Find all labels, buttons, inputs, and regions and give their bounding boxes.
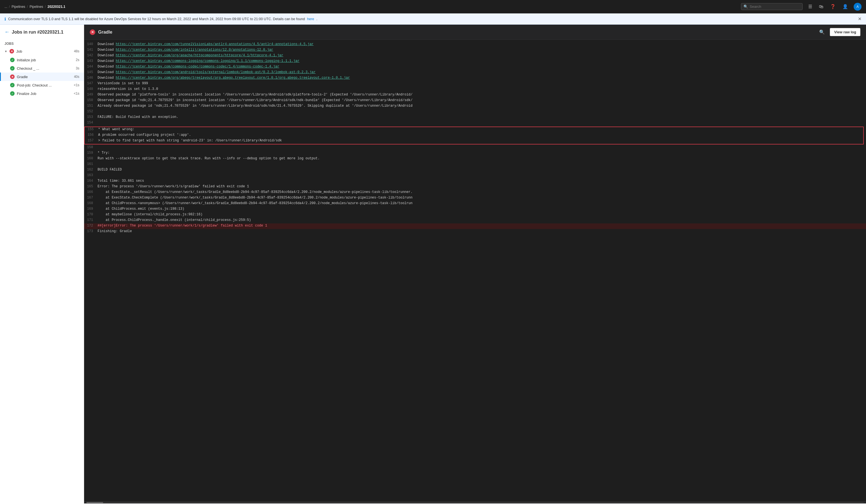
log-line: 168 at ChildProcess.<anonymous> (/Users/… xyxy=(84,201,866,207)
line-content: at ExecState._setResult (/Users/runner/w… xyxy=(98,190,412,194)
line-content: Finishing: Gradle xyxy=(98,229,132,233)
breadcrumb-sep-2: / xyxy=(27,5,28,9)
log-container[interactable]: 140Download https://jcenter.bintray.com/… xyxy=(84,40,866,501)
content-header: ✕ Gradle 🔍 View raw log xyxy=(84,25,866,40)
log-line: 152 xyxy=(84,109,866,115)
nav-right-icons: 🔍 ☰ 🛍 ❓ 👤 A xyxy=(741,3,862,11)
log-line: 140Download https://jcenter.bintray.com/… xyxy=(84,42,866,48)
job-item-name: Gradle xyxy=(17,75,72,79)
log-line: 157> failed to find target with hash str… xyxy=(85,138,863,144)
log-line: 173Finishing: Gradle xyxy=(84,229,866,234)
breadcrumb-pipelines-1[interactable]: Pipelines xyxy=(11,5,25,9)
help-icon[interactable]: ❓ xyxy=(829,3,837,10)
list-icon[interactable]: ☰ xyxy=(807,3,813,10)
sidebar-item-checkout[interactable]: ✓ Checkout _ ... 3s xyxy=(0,64,84,72)
scrollbar-track[interactable] xyxy=(86,502,864,503)
status-ok-icon: ✓ xyxy=(10,66,14,71)
user-icon[interactable]: 👤 xyxy=(841,3,849,10)
horizontal-scrollbar[interactable] xyxy=(84,501,866,503)
search-box[interactable]: 🔍 xyxy=(741,3,803,10)
log-line: 142Download https://jcenter.bintray.com/… xyxy=(84,53,866,59)
line-number: 160 xyxy=(84,157,98,160)
sidebar-item-initialize-job[interactable]: ✓ Initialize job 2s xyxy=(0,56,84,64)
log-line: 143Download https://jcenter.bintray.com/… xyxy=(84,59,866,65)
status-ok-icon: ✓ xyxy=(10,83,14,87)
sidebar-title: Jobs in run #20220321.1 xyxy=(12,30,63,35)
banner-link[interactable]: here xyxy=(307,17,314,21)
line-content: Download https://jcenter.bintray.com/com… xyxy=(98,42,314,46)
scrollbar-thumb[interactable] xyxy=(86,502,103,503)
sidebar-item-gradle[interactable]: ✕ Gradle 40s xyxy=(0,72,84,81)
log-link[interactable]: https://jcenter.bintray.com/commons-code… xyxy=(116,65,279,69)
log-link[interactable]: https://jcenter.bintray.com/com/intellij… xyxy=(116,48,273,52)
line-number: 150 xyxy=(84,98,98,102)
line-content: at ChildProcess.<anonymous> (/Users/runn… xyxy=(98,201,412,205)
bag-icon[interactable]: 🛍 xyxy=(818,3,824,10)
banner-period: . xyxy=(316,17,317,21)
line-number: 158 xyxy=(84,145,98,149)
log-line: 164Total time: 33.661 secs xyxy=(84,179,866,184)
line-content: at maybeClose (internal/child_process.js… xyxy=(98,213,202,216)
job-group-header[interactable]: ▼ ✕ Job 48s xyxy=(0,47,84,56)
search-input[interactable] xyxy=(750,4,800,9)
job-item-duration: 3s xyxy=(76,66,79,70)
line-number: 170 xyxy=(84,213,98,216)
line-number: 166 xyxy=(84,190,98,194)
line-content: * Try: xyxy=(98,151,110,155)
info-banner: ℹ Communication over TLS 1.0 and TLS 1.1… xyxy=(0,13,866,25)
line-number: 154 xyxy=(84,121,98,125)
line-number: 142 xyxy=(84,54,98,57)
job-item-name: Initialize job xyxy=(17,58,74,62)
breadcrumb-pipelines-2[interactable]: Pipelines xyxy=(30,5,43,9)
line-number: 159 xyxy=(84,151,98,155)
log-line: 150Observed package id 'ndk;21.4.7075529… xyxy=(84,98,866,104)
job-item-duration: 2s xyxy=(76,58,79,62)
search-icon: 🔍 xyxy=(743,4,748,9)
view-raw-button[interactable]: View raw log xyxy=(830,28,861,36)
sidebar-item-postjob[interactable]: ✓ Post-job: Checkout ... <1s xyxy=(0,81,84,89)
breadcrumb-sep-1: / xyxy=(9,5,10,9)
log-link[interactable]: https://jcenter.bintray.com/commons-logg… xyxy=(116,59,299,63)
breadcrumb-part-1[interactable]: ... xyxy=(4,5,7,9)
back-button[interactable]: ← xyxy=(4,29,10,35)
line-content: VersionCode is set to 999 xyxy=(98,81,148,85)
content-title: Gradle xyxy=(98,30,112,35)
log-link[interactable]: https://jcenter.bintray.com/com/android/… xyxy=(116,70,316,74)
log-link[interactable]: https://jcenter.bintray.com/org/apache/h… xyxy=(116,54,284,57)
line-number: 144 xyxy=(84,65,98,69)
line-number: 148 xyxy=(84,87,98,91)
status-ok-icon: ✓ xyxy=(10,91,14,96)
log-line: 171 at Process.ChildProcess._handle.onex… xyxy=(84,218,866,224)
log-link[interactable]: https://jcenter.bintray.com/org/abego/tr… xyxy=(116,76,350,80)
log-link[interactable]: https://jcenter.bintray.com/com/tunnelVi… xyxy=(116,42,314,46)
sidebar-item-finalize[interactable]: ✓ Finalize Job <1s xyxy=(0,89,84,98)
job-item-name: Post-job: Checkout ... xyxy=(17,83,71,87)
line-number: 171 xyxy=(84,218,98,222)
line-content: at Process.ChildProcess._handle.onexit (… xyxy=(98,218,251,222)
avatar-icon[interactable]: A xyxy=(854,3,862,11)
line-content: Run with --stacktrace option to get the … xyxy=(98,157,320,160)
line-content: Download https://jcenter.bintray.com/com… xyxy=(98,59,299,63)
job-item-name: Finalize Job xyxy=(17,92,71,96)
line-content: Observed package id 'ndk;21.4.7075529' i… xyxy=(98,98,412,102)
line-content: Download https://jcenter.bintray.com/org… xyxy=(98,54,284,57)
line-content: Download https://jcenter.bintray.com/com… xyxy=(98,65,279,69)
log-line: 153FAILURE: Build failed with an excepti… xyxy=(84,115,866,121)
banner-close-button[interactable]: ✕ xyxy=(858,16,862,22)
job-item-duration: <1s xyxy=(74,92,79,95)
banner-text: Communication over TLS 1.0 and TLS 1.1 w… xyxy=(8,17,305,21)
top-navigation: ... / Pipelines / Pipelines / 20220321.1… xyxy=(0,0,866,13)
log-line: 159* Try: xyxy=(84,151,866,156)
log-line: 154 xyxy=(84,121,866,126)
line-number: 169 xyxy=(84,207,98,211)
line-number: 140 xyxy=(84,42,98,46)
log-line: 148releaseVersion is set to 1.3.0 xyxy=(84,87,866,92)
job-group-name: Job xyxy=(16,49,72,54)
log-line: 172##[error]Error: The process '/Users/r… xyxy=(84,224,866,229)
line-number: 152 xyxy=(84,110,98,113)
log-search-icon[interactable]: 🔍 xyxy=(817,28,827,36)
sidebar: ← Jobs in run #20220321.1 Jobs ▼ ✕ Job 4… xyxy=(0,25,84,503)
chevron-down-icon: ▼ xyxy=(4,50,7,53)
log-line: 160Run with --stacktrace option to get t… xyxy=(84,156,866,162)
line-content: Download https://jcenter.bintray.com/com… xyxy=(98,70,316,74)
